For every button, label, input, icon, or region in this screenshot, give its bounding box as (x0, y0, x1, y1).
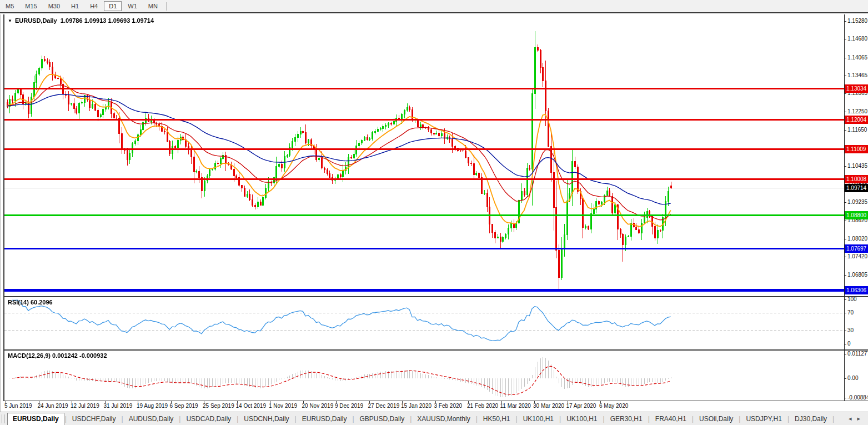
price-tick (844, 93, 846, 94)
rsi-scale-label: 30 (847, 327, 854, 333)
price-tick (844, 58, 846, 58)
date-label: 30 Mar 2020 (533, 403, 564, 409)
chart-tab-usdchf-daily[interactable]: USDCHF,Daily (67, 413, 121, 425)
macd-scale-tick (844, 354, 846, 354)
timeframe-button-w1[interactable]: W1 (123, 1, 142, 11)
price-tick (844, 39, 846, 39)
macd-scale-tick (844, 378, 846, 379)
toolbar-separator (166, 2, 167, 11)
tab-separator: | (832, 415, 835, 423)
current-price-badge: 1.09714 (845, 184, 868, 192)
chart-tab-usdcad-daily[interactable]: USDCAD,Daily (181, 413, 236, 425)
timeframe-button-mn[interactable]: MN (143, 1, 163, 11)
price-tick-label: 1.15280 (847, 18, 867, 24)
price-tick (844, 275, 846, 276)
chart-tab-usoil-daily[interactable]: USOil,Daily (694, 413, 738, 425)
price-level-badge: 1.12004 (845, 116, 868, 124)
rsi-scale-tick (844, 313, 846, 313)
tab-strip: EURUSD,Daily|USDCHF,Daily|AUDUSD,Daily|U… (0, 412, 840, 425)
date-label: 3 Feb 2020 (434, 403, 463, 409)
date-label: 12 Jul 2019 (71, 403, 99, 409)
price-level-badge: 1.08800 (845, 211, 868, 219)
timeframe-button-h1[interactable]: H1 (66, 1, 84, 11)
price-tick-label: 1.13465 (847, 72, 867, 78)
price-tick (844, 130, 846, 131)
price-level-badge: 1.10008 (845, 175, 868, 183)
price-tick (844, 112, 846, 112)
chart-tab-xauusd-monthly[interactable]: XAUUSD,Monthly (412, 413, 475, 425)
date-label: 25 Sep 2019 (203, 403, 234, 409)
chart-tab-fra40-h1[interactable]: FRA40,H1 (650, 413, 691, 425)
rsi-indicator-chart[interactable] (4, 297, 844, 349)
price-level-badge: 1.13034 (845, 84, 868, 93)
candlestick-chart[interactable] (4, 14, 844, 296)
date-label: 19 Aug 2019 (137, 403, 168, 409)
chart-tab-eurusd-daily[interactable]: EURUSD,Daily (7, 413, 64, 425)
timeframe-button-d1[interactable]: D1 (104, 1, 122, 11)
price-axis[interactable]: 1.152801.146801.140651.134651.128651.122… (844, 0, 868, 425)
date-label: 17 Apr 2020 (566, 403, 596, 409)
macd-scale-tick (844, 398, 846, 398)
price-tick-label: 1.12250 (847, 108, 867, 114)
chart-tab-ger30-h1[interactable]: GER30,H1 (605, 413, 648, 425)
rsi-header: RSI(14) 60.2096 (8, 299, 53, 306)
date-label: 24 Jun 2019 (38, 403, 68, 409)
date-label: 31 Jul 2019 (104, 403, 133, 409)
price-tick-label: 1.09235 (847, 199, 867, 205)
timeframe-button-m15[interactable]: M15 (20, 1, 42, 11)
mt4-terminal: { "toolbar": { "timeframes": [ {"label":… (0, 0, 868, 425)
chart-tab-usdcnh-daily[interactable]: USDCNH,Daily (239, 413, 294, 425)
date-label: 27 Dec 2019 (368, 403, 400, 409)
date-label: 5 Jun 2019 (4, 403, 32, 409)
price-tick-label: 1.10435 (847, 163, 867, 169)
price-tick (844, 202, 846, 203)
window-frame-line (1, 14, 1, 412)
macd-indicator-chart[interactable] (4, 351, 844, 401)
chart-tab-audusd-daily[interactable]: AUDUSD,Daily (124, 413, 179, 425)
timeframe-button-m30[interactable]: M30 (43, 1, 65, 11)
date-label: 21 Feb 2020 (467, 403, 498, 409)
chart-tab-uk100-h1[interactable]: UK100,H1 (518, 413, 559, 425)
macd-scale-label: -0.008845 (847, 394, 868, 401)
macd-scale-label: 0.011277 (847, 351, 868, 357)
price-tick-label: 1.07420 (847, 253, 867, 259)
price-tick (844, 76, 846, 76)
price-tick (844, 166, 846, 167)
chart-tab-hk50-h1[interactable]: HK50,H1 (478, 413, 515, 425)
timeframe-button-m5[interactable]: M5 (1, 1, 19, 11)
price-tick (844, 239, 846, 239)
price-tick-label: 1.08020 (847, 236, 867, 242)
date-label: 6 Sep 2019 (170, 403, 198, 409)
date-label: 6 May 2020 (599, 403, 628, 409)
price-tick (844, 257, 846, 257)
bottom-tab-bar: EURUSD,Daily|USDCHF,Daily|AUDUSD,Daily|U… (0, 412, 868, 425)
chart-tab-uk100-h1[interactable]: UK100,H1 (561, 413, 602, 425)
timeframe-toolbar: M5M15M30H1H4D1W1MN (0, 0, 868, 13)
date-label: 9 Dec 2019 (335, 403, 363, 409)
price-level-badge: 1.07697 (845, 244, 868, 253)
price-tick-label: 1.14680 (847, 36, 867, 42)
macd-header: MACD(12,26,9) 0.001242 -0.000932 (8, 352, 107, 359)
chart-tab-gbpusd-daily[interactable]: GBPUSD,Daily (355, 413, 410, 425)
date-label: 1 Nov 2019 (269, 403, 297, 409)
rsi-scale-tick (844, 331, 846, 331)
chart-tab-usdjpy-h1[interactable]: USDJPY,H1 (741, 413, 786, 425)
price-level-badge: 1.11009 (845, 145, 868, 153)
macd-scale-label: 0.00 (847, 375, 858, 381)
price-tick-label: 1.06805 (847, 272, 867, 278)
date-label: 15 Jan 2020 (401, 403, 432, 409)
rsi-scale-tick (844, 299, 846, 300)
price-level-badge: 1.06306 (845, 286, 868, 294)
timeframe-button-h4[interactable]: H4 (85, 1, 103, 11)
rsi-scale-label: 100 (847, 296, 857, 302)
date-axis[interactable]: 5 Jun 201924 Jun 201912 Jul 201931 Jul 2… (3, 401, 844, 412)
tab-bar-grip (2, 414, 4, 423)
price-tick (844, 21, 846, 22)
chart-symbol: EURUSD,Daily (15, 17, 57, 24)
rsi-scale-label: 70 (847, 309, 854, 316)
chart-tab-eurusd-daily[interactable]: EURUSD,Daily (297, 413, 352, 425)
chart-tab-dj30-daily[interactable]: DJ30,Daily (790, 413, 832, 425)
price-tick (844, 221, 846, 221)
symbol-dropdown-icon[interactable]: ▼ (8, 18, 12, 23)
chart-title: ▼EURUSD,Daily 1.09786 1.09913 1.09693 1.… (8, 17, 154, 24)
